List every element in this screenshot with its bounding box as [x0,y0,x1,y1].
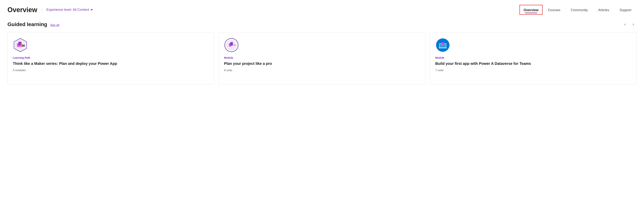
section-header: Guided learning See all ‹ › [8,21,636,28]
section-title-group: Guided learning See all [8,22,59,28]
svg-rect-3 [20,44,22,47]
cards-grid: Learning Path Think like a Maker series:… [8,32,636,84]
experience-level-label: Experience level: All Content [46,8,89,12]
svg-rect-15 [439,48,447,48]
tab-community[interactable]: Community [566,4,593,15]
carousel-nav: ‹ › [622,21,636,28]
card-2-icon [224,38,239,52]
experience-level-dropdown[interactable]: Experience level: All Content [46,8,93,12]
card-3[interactable]: Module Build your first app with Power A… [430,32,636,84]
card-2-meta: 8 units [224,68,420,72]
tab-articles[interactable]: Articles [593,4,614,15]
card-1[interactable]: Learning Path Think like a Maker series:… [8,32,214,84]
card-2-type: Module [224,56,420,59]
guided-learning-section: Guided learning See all ‹ › [0,15,644,84]
card-3-type: Module [435,56,631,59]
card-1-title: Think like a Maker series: Plan and depl… [13,61,209,66]
card-3-title: Build your first app with Power A Datave… [435,61,631,66]
section-title: Guided learning [8,22,47,28]
card-3-icon [435,38,450,52]
card-3-meta: 7 units [435,68,631,72]
svg-rect-9 [230,42,233,46]
tab-community-label: Community [571,8,588,12]
nav-tabs: Overview Courses Community Articles Supp… [520,4,636,15]
card-2-title: Plan your project like a pro [224,61,420,66]
card-1-meta: 5 modules [13,68,209,72]
tab-articles-label: Articles [598,8,609,12]
chevron-down-icon [90,9,93,10]
header: Overview Experience level: All Content O… [0,0,644,15]
card-1-type: Learning Path [13,56,209,59]
header-left: Overview Experience level: All Content [8,6,93,14]
see-all-link[interactable]: See all [50,24,59,27]
next-arrow-button[interactable]: › [630,21,636,28]
card-2[interactable]: Module Plan your project like a pro 8 un… [218,32,425,84]
tab-overview-label: Overview [524,8,538,12]
tab-courses[interactable]: Courses [543,4,566,15]
svg-rect-5 [22,45,24,46]
tab-courses-label: Courses [548,8,560,12]
header-divider [42,7,42,13]
page-title: Overview [8,6,37,14]
card-1-icon [13,38,28,52]
tab-support-label: Support [620,8,631,12]
prev-arrow-button[interactable]: ‹ [622,21,628,28]
tab-overview[interactable]: Overview [520,5,543,15]
tab-support[interactable]: Support [614,4,636,15]
